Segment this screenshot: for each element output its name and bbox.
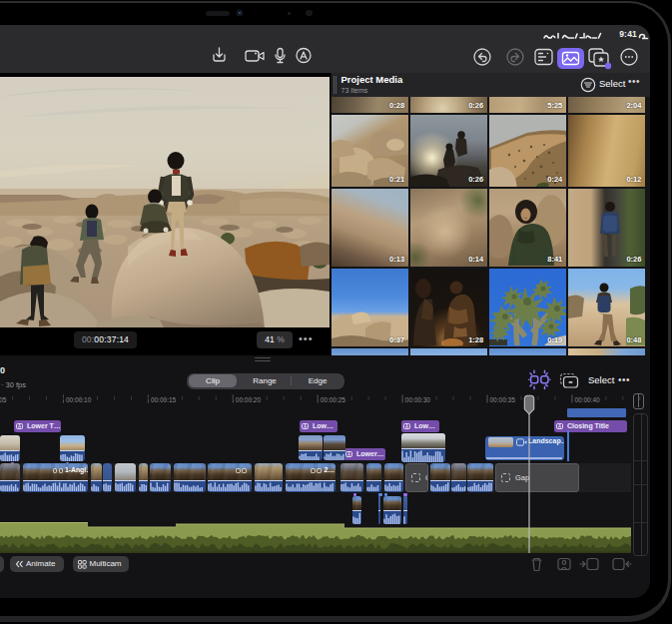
- svg-text:00:00:15: 00:00:15: [151, 396, 177, 403]
- svg-text:00:00:05: 00:00:05: [0, 396, 7, 403]
- svg-text:00:00:40: 00:00:40: [574, 396, 600, 403]
- svg-text:00:00:20: 00:00:20: [236, 396, 262, 403]
- svg-text:00:00:35: 00:00:35: [490, 396, 516, 403]
- svg-text:00:00:10: 00:00:10: [66, 396, 92, 403]
- svg-text:00:00:30: 00:00:30: [405, 396, 431, 403]
- svg-text:00:00:25: 00:00:25: [321, 396, 346, 403]
